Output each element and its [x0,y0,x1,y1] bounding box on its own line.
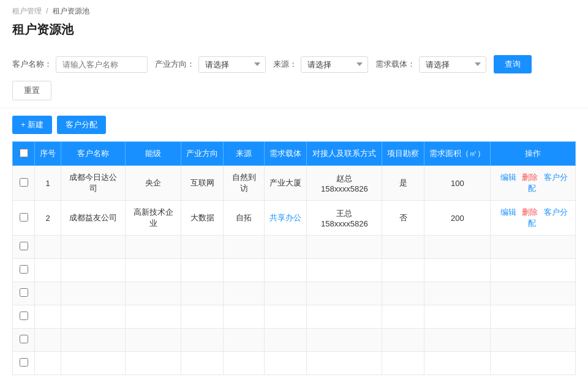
col-source: 来源 [224,142,265,166]
filter-customer-name: 客户名称： [12,56,148,73]
col-level: 能级 [126,142,181,166]
breadcrumb-separator: / [46,7,48,15]
row-surveyed: 是 [382,166,424,201]
source-select[interactable]: 请选择 [301,56,368,73]
col-industry: 产业方向 [181,142,224,166]
new-button[interactable]: + 新建 [12,116,52,134]
toolbar: + 新建 客户分配 [0,108,588,141]
table-row: 2 成都益友公司 高新技术企业 大数据 自拓 共享办公 王总 158xxxx58… [13,201,576,236]
select-all-header [13,142,35,166]
source-label: 来源： [273,59,297,70]
row-area: 200 [424,201,491,236]
demand-carrier-label: 需求载体： [375,59,415,70]
row-checkbox-cell [13,166,35,201]
query-button[interactable]: 查询 [494,55,532,73]
industry-select[interactable]: 请选择 [198,56,266,73]
filter-demand-carrier: 需求载体： 请选择 [375,56,486,73]
industry-label: 产业方向： [155,59,195,70]
table-row-empty [13,352,576,375]
row-index: 1 [35,166,61,201]
col-index: 序号 [35,142,61,166]
data-table: 序号 客户名称 能级 产业方向 来源 需求载体 对接人及联系方式 项目勘察 需求… [12,141,576,375]
row-contact: 赵总 158xxxx5826 [307,166,382,201]
row-source: 自拓 [224,201,265,236]
row-checkbox-2[interactable] [20,213,28,222]
table-row-empty [13,305,576,329]
empty-checkbox [13,282,35,305]
page-wrapper: 租户管理 / 租户资源池 租户资源池 客户名称： 产业方向： 请选择 来源： 请… [0,0,588,377]
row-index: 2 [35,201,61,236]
row-contact: 王总 158xxxx5826 [307,201,382,236]
table-wrapper: 序号 客户名称 能级 产业方向 来源 需求载体 对接人及联系方式 项目勘察 需求… [0,141,588,375]
row-actions: 编辑 删除 客户分配 [491,201,576,236]
empty-checkbox [13,352,35,375]
assign-button[interactable]: 客户分配 [57,116,106,134]
row-level: 高新技术企业 [126,201,181,236]
filter-industry: 产业方向： 请选择 [155,56,266,73]
filter-source: 来源： 请选择 [273,56,368,73]
empty-checkbox [13,305,35,329]
page-title: 租户资源池 [0,19,588,48]
table-row-empty [13,259,576,282]
customer-name-label: 客户名称： [12,59,52,70]
breadcrumb: 租户管理 / 租户资源池 [0,0,588,19]
reset-button[interactable]: 重置 [12,81,51,100]
table-row-empty [13,282,576,305]
row-surveyed: 否 [382,201,424,236]
edit-link-2[interactable]: 编辑 [500,207,516,217]
table-row-empty [13,329,576,352]
col-actions: 操作 [491,142,576,166]
col-contact: 对接人及联系方式 [307,142,382,166]
breadcrumb-current: 租户资源池 [53,7,89,15]
row-customer-name: 成都今日达公司 [61,166,126,201]
col-customer-name: 客户名称 [61,142,126,166]
delete-link-2[interactable]: 删除 [522,207,538,217]
filter-bar: 客户名称： 产业方向： 请选择 来源： 请选择 需求载体： 请选择 查询 重置 [0,48,588,108]
row-checkbox-cell [13,201,35,236]
demand-carrier-select[interactable]: 请选择 [419,56,486,73]
col-surveyed: 项目勘察 [382,142,424,166]
customer-name-input[interactable] [56,56,148,73]
col-area: 需求面积（㎡） [424,142,491,166]
row-area: 100 [424,166,491,201]
breadcrumb-parent: 租户管理 [12,7,42,15]
row-level: 央企 [126,166,181,201]
row-demand-carrier: 产业大厦 [265,166,307,201]
table-row: 1 成都今日达公司 央企 互联网 自然到访 产业大厦 赵总 158xxxx582… [13,166,576,201]
col-demand-carrier: 需求载体 [265,142,307,166]
table-row-empty [13,236,576,259]
edit-link-1[interactable]: 编辑 [500,173,516,182]
row-demand-carrier: 共享办公 [265,201,307,236]
select-all-checkbox[interactable] [20,149,28,157]
row-checkbox-1[interactable] [20,178,28,187]
row-industry: 大数据 [181,201,224,236]
empty-checkbox [13,236,35,259]
row-actions: 编辑 删除 客户分配 [491,166,576,201]
row-industry: 互联网 [181,166,224,201]
row-source: 自然到访 [224,166,265,201]
empty-checkbox [13,329,35,352]
row-customer-name: 成都益友公司 [61,201,126,236]
delete-link-1[interactable]: 删除 [522,173,538,182]
empty-checkbox [13,259,35,282]
